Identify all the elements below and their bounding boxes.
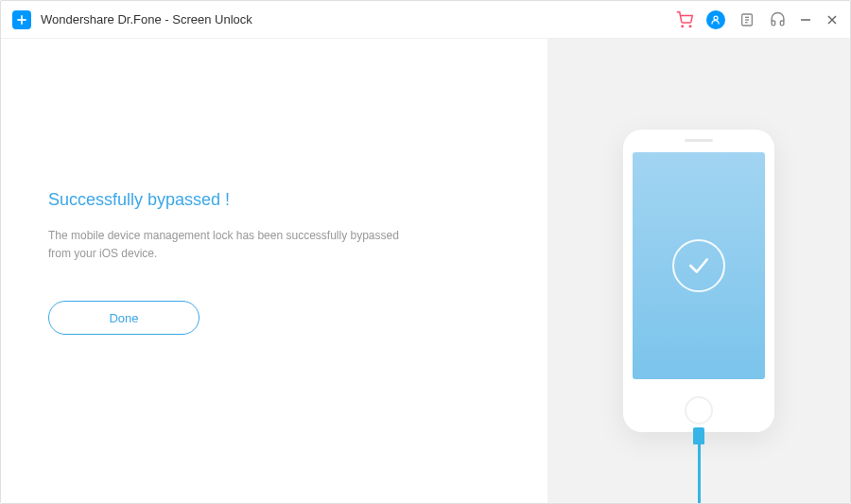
- app-window: Wondershare Dr.Fone - Screen Unlock: [0, 0, 851, 504]
- cable-wire: [698, 444, 701, 503]
- cart-icon[interactable]: [676, 11, 693, 28]
- status-description: The mobile device management lock has be…: [48, 227, 408, 263]
- checkmark-icon: [672, 239, 725, 292]
- phone-illustration: [623, 130, 774, 432]
- phone-home-button: [685, 396, 713, 425]
- cable-illustration: [689, 427, 708, 503]
- phone-speaker: [685, 139, 713, 142]
- svg-point-3: [689, 26, 691, 27]
- close-button[interactable]: [825, 13, 839, 26]
- content-area: Successfully bypassed ! The mobile devic…: [1, 39, 850, 503]
- minimize-button[interactable]: [799, 13, 812, 26]
- right-panel: [547, 39, 850, 503]
- app-title: Wondershare Dr.Fone - Screen Unlock: [41, 12, 676, 26]
- done-button-label: Done: [109, 311, 138, 325]
- status-heading: Successfully bypassed !: [48, 190, 500, 210]
- cable-connector: [693, 427, 704, 444]
- app-logo-icon: [12, 10, 31, 29]
- phone-screen: [633, 152, 765, 379]
- titlebar: Wondershare Dr.Fone - Screen Unlock: [1, 1, 850, 39]
- svg-point-2: [682, 26, 684, 27]
- feedback-icon[interactable]: [738, 11, 755, 28]
- support-icon[interactable]: [769, 11, 786, 28]
- svg-point-4: [714, 16, 718, 20]
- titlebar-actions: [676, 10, 839, 29]
- done-button[interactable]: Done: [48, 301, 200, 335]
- left-panel: Successfully bypassed ! The mobile devic…: [1, 39, 547, 503]
- user-icon[interactable]: [706, 10, 725, 29]
